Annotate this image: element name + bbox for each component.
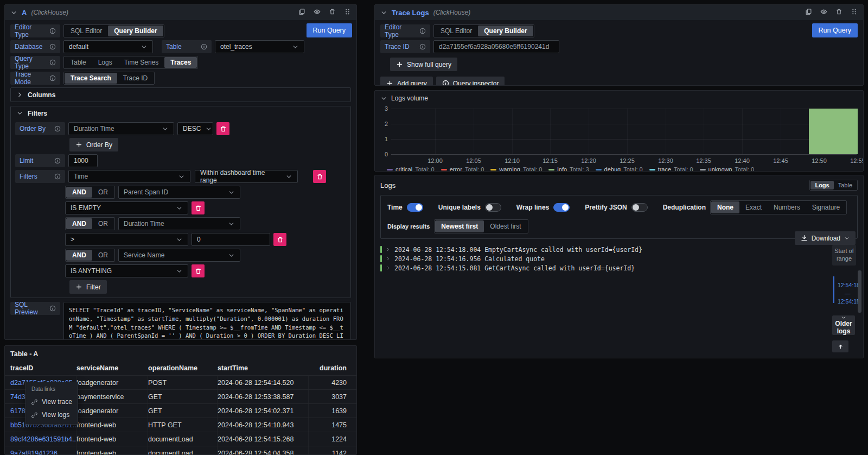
wrap-lines-toggle[interactable]	[553, 203, 570, 212]
query-inspector-button[interactable]: Query inspector	[436, 77, 505, 86]
legend-item[interactable]: criticalTotal: 0	[387, 166, 435, 172]
condition-operator-select[interactable]: IS ANYTHING	[65, 264, 188, 277]
trace-mode-option-trace-search[interactable]: Trace Search	[65, 73, 117, 84]
query-type-option-logs[interactable]: Logs	[92, 57, 118, 68]
prettify-json-toggle[interactable]	[631, 203, 648, 212]
condition-field-select[interactable]: Service Name	[118, 249, 240, 262]
log-line[interactable]: 2024-06-28 12:54:18.004 EmptyCartAsync c…	[375, 245, 798, 254]
dedup-option-numbers[interactable]: Numbers	[768, 201, 806, 213]
filter-field-select[interactable]: Time	[68, 170, 190, 183]
condition-operator-select[interactable]: IS EMPTY	[65, 201, 188, 214]
legend-item[interactable]: errorTotal: 0	[441, 166, 484, 172]
limit-input[interactable]: 1000	[68, 154, 98, 167]
legend-item[interactable]: debugTotal: 0	[596, 166, 643, 172]
column-header[interactable]: operationName	[148, 364, 218, 372]
table-select[interactable]: otel_traces	[215, 40, 304, 53]
column-header[interactable]: duration	[309, 364, 351, 372]
oldest-first-option[interactable]: Oldest first	[484, 220, 527, 232]
logs-view-option[interactable]: Logs	[810, 181, 833, 189]
sql-editor-option[interactable]: SQL Editor	[435, 26, 478, 36]
condition-field-select[interactable]: Parent Span ID	[118, 186, 240, 199]
trace-link[interactable]: 9a7af81941236...	[10, 450, 63, 455]
query-type-option-traces[interactable]: Traces	[164, 57, 197, 68]
collapse-chevron-icon[interactable]	[380, 95, 387, 102]
unique-labels-toggle[interactable]	[485, 203, 501, 212]
copy-icon[interactable]	[298, 8, 305, 17]
eye-icon[interactable]	[820, 8, 827, 17]
database-select[interactable]: default	[63, 40, 153, 53]
query-builder-option[interactable]: Query Builder	[478, 26, 533, 36]
chevron-down-icon	[178, 173, 185, 180]
and-option[interactable]: AND	[66, 218, 92, 229]
delete-condition-button[interactable]	[273, 233, 286, 246]
condition-field-select[interactable]: Duration Time	[118, 217, 240, 230]
table-view-option[interactable]: Table	[834, 181, 857, 189]
time-toggle[interactable]	[407, 203, 423, 212]
order-by-field-select[interactable]: Duration Time	[68, 122, 174, 135]
query-type-option-time-series[interactable]: Time Series	[118, 57, 165, 68]
dedup-option-exact[interactable]: Exact	[739, 201, 768, 213]
column-header[interactable]: serviceName	[76, 364, 148, 372]
or-option[interactable]: OR	[92, 187, 114, 198]
and-option[interactable]: AND	[66, 187, 92, 198]
delete-order-by-button[interactable]	[216, 122, 229, 135]
delete-condition-button[interactable]	[192, 201, 205, 214]
filters-section-toggle[interactable]: Filters	[11, 106, 350, 120]
filter-time-range-select[interactable]: Within dashboard time range	[195, 170, 298, 183]
delete-filter-button[interactable]	[313, 170, 326, 183]
add-query-button[interactable]: Add query	[380, 77, 433, 86]
trace-mode-option-trace-id[interactable]: Trace ID	[117, 73, 154, 84]
show-full-query-button[interactable]: Show full query	[390, 58, 457, 71]
collapse-chevron-icon[interactable]	[380, 9, 387, 16]
table-cell: 2024-06-28 12:54:14.520	[218, 376, 309, 389]
legend-swatch	[596, 169, 602, 170]
condition-value-input[interactable]: 0	[192, 233, 270, 246]
order-by-direction-select[interactable]: DESC	[177, 122, 213, 135]
column-header[interactable]: traceID	[10, 364, 76, 372]
collapse-chevron-icon[interactable]	[10, 9, 17, 16]
log-line[interactable]: 2024-06-28 12:54:16.956 Calculated quote	[375, 254, 798, 263]
condition-operator-select[interactable]: >	[65, 233, 188, 246]
scroll-top-button[interactable]	[832, 340, 848, 352]
y-axis-tick: 1	[377, 136, 388, 142]
query-builder-option[interactable]: Query Builder	[108, 26, 163, 36]
log-line[interactable]: 2024-06-28 12:54:15.081 GetCartAsync cal…	[375, 263, 798, 273]
trash-icon[interactable]	[329, 8, 336, 17]
or-option[interactable]: OR	[92, 250, 114, 261]
query-type-option-table[interactable]: Table	[65, 57, 92, 68]
older-logs-button[interactable]: Older logs	[832, 315, 855, 335]
info-icon	[201, 43, 207, 50]
delete-condition-button[interactable]	[192, 264, 205, 277]
copy-icon[interactable]	[805, 8, 812, 17]
newest-first-option[interactable]: Newest first	[435, 220, 484, 232]
add-order-by-button[interactable]: Order By	[69, 138, 118, 151]
trace-id-input[interactable]: d2a7155ef6a928a05680e5ff6190241d	[433, 40, 559, 53]
info-logs-bar[interactable]	[809, 109, 858, 154]
sql-editor-option[interactable]: SQL Editor	[65, 26, 108, 36]
trace-link[interactable]: 89cf4286e631591b4...	[10, 435, 76, 443]
dedup-option-signature[interactable]: Signature	[806, 201, 846, 213]
columns-section-toggle[interactable]: Columns	[11, 88, 350, 102]
run-query-button[interactable]: Run Query	[812, 23, 858, 37]
column-header[interactable]: startTime	[218, 364, 309, 372]
drag-handle-icon[interactable]	[851, 8, 858, 17]
panel-header: A (ClickHouse)	[5, 5, 356, 20]
legend-item[interactable]: warningTotal: 0	[490, 166, 542, 172]
and-option[interactable]: AND	[66, 250, 92, 261]
run-query-button[interactable]: Run Query	[307, 23, 352, 37]
view-trace-menu-item[interactable]: View trace	[26, 395, 78, 408]
logs-scrollbar[interactable]	[858, 270, 861, 313]
drag-handle-icon[interactable]	[344, 8, 351, 17]
trash-icon[interactable]	[835, 8, 843, 17]
wrap-lines-toggle-label: Wrap lines	[516, 204, 549, 211]
view-logs-menu-item[interactable]: View logs	[26, 408, 78, 421]
legend-item[interactable]: traceTotal: 0	[649, 166, 693, 172]
legend-item[interactable]: unknownTotal: 0	[700, 166, 755, 172]
dedup-option-none[interactable]: None	[711, 201, 739, 213]
download-button[interactable]: Download	[795, 231, 856, 245]
table-cell: 1142	[309, 446, 351, 455]
eye-icon[interactable]	[314, 8, 321, 17]
legend-item[interactable]: infoTotal: 3	[548, 166, 589, 172]
or-option[interactable]: OR	[92, 218, 114, 229]
add-filter-button[interactable]: Filter	[69, 280, 107, 294]
